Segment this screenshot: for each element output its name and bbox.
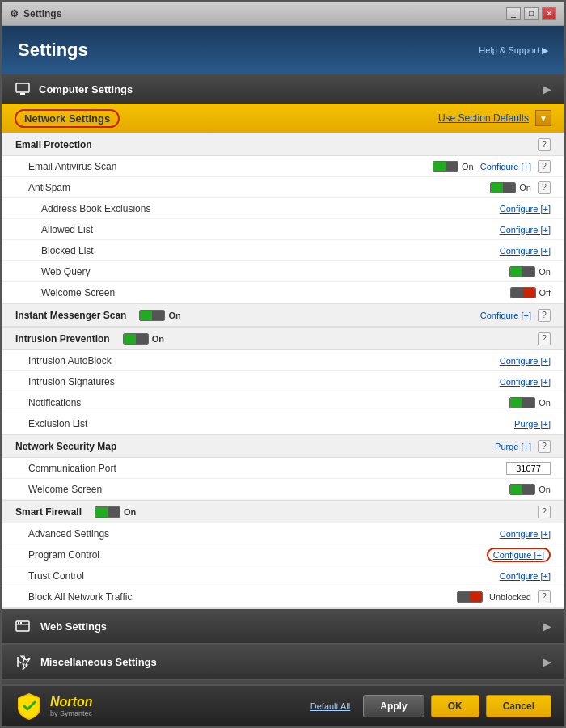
welcome-screen-network-row: Welcome Screen On	[2, 479, 564, 500]
email-antivirus-toggle-track	[433, 161, 458, 172]
minimize-button[interactable]: _	[506, 7, 521, 20]
web-settings-label: Web Settings	[40, 620, 107, 633]
antispam-toggle[interactable]: On	[490, 182, 531, 193]
apply-button[interactable]: Apply	[363, 695, 424, 717]
intrusion-autoblock-row: Intrusion AutoBlock Configure [+]	[2, 350, 564, 371]
title-bar-text: Settings	[23, 8, 61, 19]
help-support-link[interactable]: Help & Support ▶	[479, 45, 548, 56]
advanced-settings-configure[interactable]: Configure [+]	[500, 529, 551, 539]
block-all-toggle[interactable]	[457, 591, 483, 603]
toggle-off-part	[136, 334, 148, 344]
antispam-row: AntiSpam On ?	[2, 177, 564, 198]
allowed-list-right: Configure [+]	[500, 225, 551, 235]
smart-firewall-right: ?	[538, 506, 551, 518]
toggle-off-part2	[523, 288, 535, 298]
computer-icon	[15, 81, 31, 97]
antispam-label: AntiSpam	[28, 182, 70, 193]
svg-rect-6	[20, 622, 22, 624]
im-configure[interactable]: Configure [+]	[480, 311, 531, 320]
notifications-row: Notifications On	[2, 392, 564, 413]
smart-firewall-status: On	[124, 507, 136, 517]
network-security-map-configure[interactable]: Purge [+]	[495, 442, 531, 451]
use-section-defaults-link[interactable]: Use Section Defaults	[438, 112, 529, 124]
block-toggle-off2	[470, 592, 482, 602]
intrusion-prevention-group: Intrusion Prevention On ?	[2, 328, 564, 435]
svg-rect-2	[19, 95, 27, 95]
smart-firewall-help[interactable]: ?	[538, 506, 551, 518]
exclusion-list-configure[interactable]: Purge [+]	[514, 419, 551, 429]
welcome-screen-email-toggle[interactable]: Off	[510, 287, 551, 298]
allowed-list-label: Allowed List	[41, 224, 93, 235]
ok-button[interactable]: OK	[431, 695, 479, 717]
notifications-right: On	[509, 397, 551, 408]
maximize-button[interactable]: □	[524, 7, 539, 20]
communication-port-input[interactable]	[506, 462, 551, 475]
trust-control-configure[interactable]: Configure [+]	[500, 571, 551, 581]
notifications-toggle-track	[509, 397, 535, 408]
welcome-screen-email-label: Welcome Screen	[41, 287, 115, 298]
communication-port-right	[506, 462, 551, 475]
web-icon	[15, 618, 31, 634]
email-protection-help[interactable]: ?	[538, 138, 551, 151]
toggle-off-part	[446, 162, 458, 171]
network-settings-dropdown[interactable]: ▼	[535, 110, 551, 126]
title-bar-controls: _ □ ✕	[506, 7, 556, 20]
address-book-exclusions-row: Address Book Exclusions Configure [+]	[2, 198, 564, 219]
intrusion-toggle[interactable]: On	[123, 333, 164, 345]
im-help[interactable]: ?	[538, 309, 551, 322]
smart-firewall-title: Smart Firewall On	[15, 506, 136, 518]
block-all-network-right: Unblocked ?	[457, 590, 551, 603]
advanced-settings-label: Advanced Settings	[28, 528, 109, 540]
email-antivirus-scan-label: Email Antivirus Scan	[28, 161, 116, 172]
miscellaneous-settings-section[interactable]: Miscellaneous Settings ▶	[2, 645, 564, 680]
network-settings-bar: Network Settings Use Section Defaults ▼	[2, 104, 564, 133]
trust-control-label: Trust Control	[28, 570, 84, 582]
web-settings-section[interactable]: Web Settings ▶	[2, 609, 564, 645]
intrusion-autoblock-configure[interactable]: Configure [+]	[500, 356, 551, 366]
blocked-list-configure[interactable]: Configure [+]	[500, 246, 551, 256]
block-all-network-help[interactable]: ?	[538, 590, 551, 603]
intrusion-help[interactable]: ?	[538, 332, 551, 345]
toggle-off-part1	[511, 288, 523, 298]
blocked-list-right: Configure [+]	[500, 246, 551, 256]
computer-settings-section[interactable]: Computer Settings ▶	[2, 74, 564, 104]
welcome-screen-network-toggle[interactable]: On	[509, 484, 551, 495]
instant-messenger-toggle[interactable]: On	[139, 310, 180, 321]
computer-settings-chevron: ▶	[543, 83, 551, 95]
intrusion-prevention-title: Intrusion Prevention On	[15, 333, 164, 345]
email-antivirus-configure[interactable]: Configure [+]	[480, 162, 531, 171]
toggle-on-part	[95, 507, 108, 517]
svg-rect-1	[20, 93, 25, 95]
program-control-configure[interactable]: Configure [+]	[487, 548, 551, 562]
smart-firewall-toggle[interactable]: On	[95, 506, 136, 518]
blocked-list-label: Blocked List	[41, 245, 94, 256]
address-book-configure[interactable]: Configure [+]	[500, 204, 551, 214]
network-security-map-help[interactable]: ?	[538, 440, 551, 453]
welcome-screen-network-label: Welcome Screen	[28, 484, 102, 495]
norton-text: Norton by Symantec	[50, 695, 92, 717]
toggle-off-part	[503, 183, 515, 193]
network-security-map-right: Purge [+] ?	[495, 440, 551, 453]
intrusion-signatures-configure[interactable]: Configure [+]	[500, 377, 551, 387]
intrusion-signatures-row: Intrusion Signatures Configure [+]	[2, 371, 564, 392]
cancel-button[interactable]: Cancel	[486, 695, 551, 717]
close-button[interactable]: ✕	[542, 7, 556, 20]
default-all-link[interactable]: Default All	[310, 701, 351, 711]
address-book-exclusions-label: Address Book Exclusions	[41, 203, 150, 214]
web-query-status: On	[539, 267, 551, 277]
toggle-on-part	[140, 311, 152, 320]
notifications-toggle[interactable]: On	[509, 397, 551, 408]
email-antivirus-toggle[interactable]: On	[433, 161, 474, 172]
block-all-network-row: Block All Network Traffic Unblocked ?	[2, 586, 564, 607]
network-security-map-header: Network Security Map Purge [+] ?	[2, 435, 564, 458]
email-antivirus-help[interactable]: ?	[538, 160, 551, 173]
allowed-list-configure[interactable]: Configure [+]	[500, 225, 551, 235]
norton-brand: Norton	[50, 695, 92, 709]
program-control-label: Program Control	[28, 549, 99, 561]
web-query-toggle[interactable]: On	[509, 266, 551, 277]
web-query-right: On	[509, 266, 551, 277]
smart-firewall-group: Smart Firewall On ?	[2, 501, 564, 608]
svg-rect-0	[16, 83, 29, 92]
antispam-help[interactable]: ?	[538, 181, 551, 194]
footer-buttons: Default All Apply OK Cancel	[310, 695, 551, 717]
